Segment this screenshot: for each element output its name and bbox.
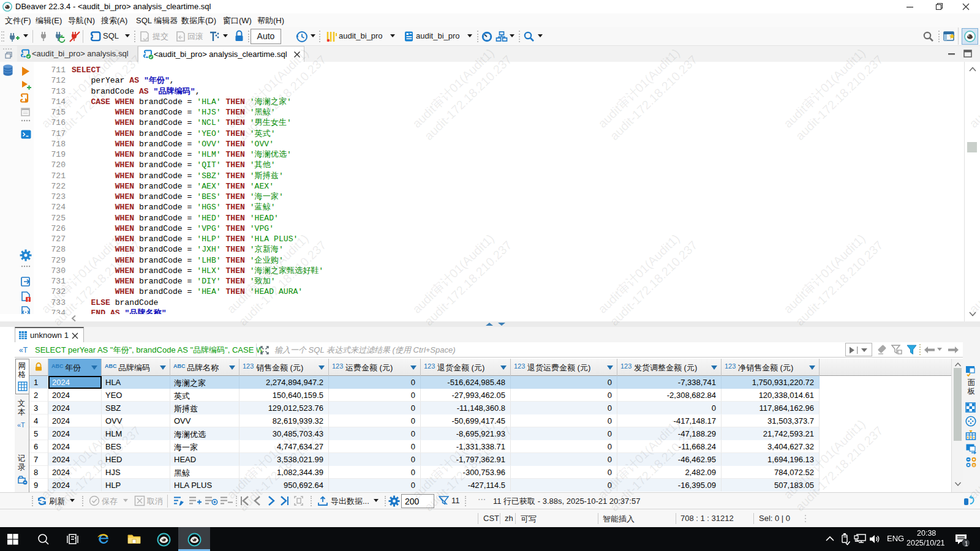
svg-text:«T: «T <box>17 421 25 429</box>
svg-text:«T: «T <box>19 346 28 354</box>
svg-text:1: 1 <box>965 540 968 547</box>
